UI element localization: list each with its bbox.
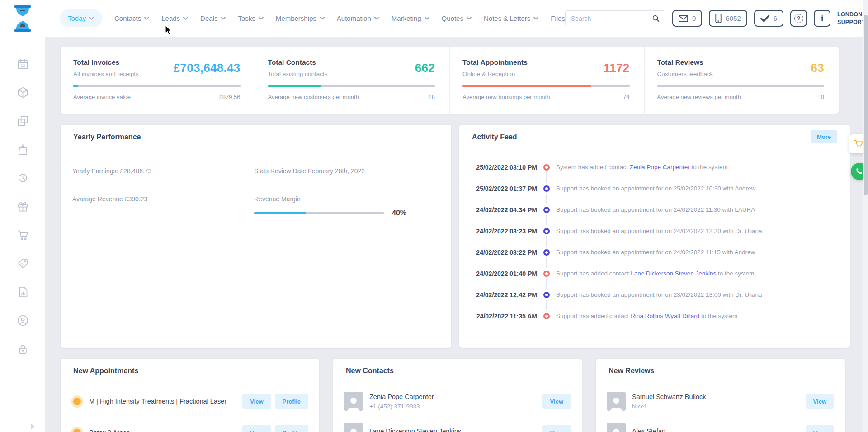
stat-progress <box>73 85 241 87</box>
stat-title: Total Invoices <box>73 58 139 66</box>
nav-today-label: Today <box>68 14 86 22</box>
nav-leads[interactable]: Leads <box>161 14 188 22</box>
report-icon[interactable] <box>17 286 29 298</box>
view-button[interactable]: View <box>542 425 571 432</box>
stat-subtitle: Total existing contacts <box>268 71 328 77</box>
help-button[interactable]: ? <box>790 10 807 27</box>
nav-contacts[interactable]: Contacts <box>114 14 149 22</box>
chevron-down-icon <box>467 17 472 20</box>
header-controls: 0 6052 6 ? i LOND <box>565 9 868 28</box>
cart-icon[interactable] <box>17 229 29 241</box>
yearly-performance-panel: Yearly Performance Yearly Earnings: £28,… <box>61 125 451 348</box>
package-icon[interactable] <box>17 86 29 99</box>
feed-item: 25/02/2022 03:10 PM System has added con… <box>471 157 838 178</box>
new-appointments-panel: New Appointments M | High Intensity Trea… <box>61 359 319 432</box>
stat-value: 662 <box>415 61 435 75</box>
top-header: Today Contacts Leads Deals Tasks Members… <box>0 0 868 37</box>
search-input[interactable] <box>566 15 646 22</box>
view-button[interactable]: View <box>242 425 271 432</box>
scrollbar[interactable] <box>863 0 868 432</box>
new-contacts-title: New Contacts <box>346 367 394 375</box>
stat-footer-value: 0 <box>821 94 824 100</box>
feed-dot-icon <box>543 271 550 277</box>
stat-progress <box>462 85 630 87</box>
feed-item: 24/02/2022 04:34 PM Support has booked a… <box>471 199 838 220</box>
lock-icon[interactable] <box>17 343 29 355</box>
user-icon <box>608 426 624 432</box>
feed-item: 25/02/2022 01:37 PM Support has booked a… <box>471 178 838 199</box>
nav-notes-letters[interactable]: Notes & Letters <box>484 14 538 22</box>
calendar-icon[interactable]: 12 <box>17 58 29 70</box>
stat-value: 63 <box>811 61 824 75</box>
stat-subtitle: Customers feedback <box>657 71 713 77</box>
chevron-down-icon <box>144 17 149 20</box>
activity-feed-list: 25/02/2022 03:10 PM System has added con… <box>459 149 850 327</box>
feed-item: 24/02/2022 11:35 AM Support has added co… <box>471 305 838 327</box>
more-button[interactable]: More <box>811 130 837 143</box>
feed-item: 24/02/2022 01:40 PM Support has added co… <box>471 263 838 284</box>
chevron-down-icon <box>183 17 188 20</box>
copy-icon[interactable] <box>17 115 29 127</box>
nav-files[interactable]: Files <box>551 14 565 22</box>
feed-item: 24/02/2022 12:42 PM Support has booked a… <box>471 284 838 305</box>
revenue-margin-value: 40% <box>392 209 406 217</box>
bag-icon[interactable] <box>17 143 29 156</box>
sms-badge[interactable]: 6052 <box>709 10 747 27</box>
view-button[interactable]: View <box>806 394 834 409</box>
view-button[interactable]: View <box>242 394 271 409</box>
contact-phone: +1 (452) 371-9933 <box>369 403 434 410</box>
stat-subtitle: All invoices and receipts <box>73 71 139 77</box>
nav-automation[interactable]: Automation <box>337 14 379 22</box>
bottom-panels: New Appointments M | High Intensity Trea… <box>61 359 845 432</box>
nav-memberships[interactable]: Memberships <box>276 14 325 22</box>
tasks-badge[interactable]: 6 <box>754 10 783 27</box>
nav-quotes[interactable]: Quotes <box>442 14 472 22</box>
contact-link[interactable]: Lane Dickerson Steven Jenkins <box>631 270 716 277</box>
check-icon <box>760 15 769 22</box>
feed-dot-icon <box>543 185 550 192</box>
activity-feed-title: Activity Feed <box>472 133 517 141</box>
profile-button[interactable]: Profile <box>275 425 308 432</box>
feed-dot-icon <box>543 207 550 213</box>
view-button[interactable]: View <box>806 425 834 432</box>
nav-tasks[interactable]: Tasks <box>238 14 263 22</box>
user-icon <box>345 426 362 432</box>
svg-text:12: 12 <box>20 63 25 68</box>
stat-footer-value: 74 <box>623 94 629 100</box>
contact-row: Zenia Pope Carpenter +1 (452) 371-9933 V… <box>344 386 571 417</box>
stat-footer-value: £879.56 <box>219 94 241 100</box>
appointment-status-dot <box>73 429 81 432</box>
search-button[interactable] <box>646 11 665 26</box>
info-button[interactable]: i <box>814 10 830 27</box>
hourglass-logo-icon[interactable] <box>11 4 34 33</box>
sidebar-expand-arrow-icon[interactable] <box>31 423 35 430</box>
stat-value: £703,648.43 <box>174 61 241 75</box>
profile-button[interactable]: Profile <box>275 394 308 409</box>
view-button[interactable]: View <box>542 394 571 409</box>
stat-footer-label: Average invoice value <box>73 94 131 100</box>
chevron-down-icon <box>533 17 538 20</box>
main-nav: Today Contacts Leads Deals Tasks Members… <box>60 9 565 27</box>
chevron-down-icon <box>374 17 379 20</box>
price-tag-icon[interactable]: $ <box>17 257 29 270</box>
revenue-margin-progress <box>254 212 384 214</box>
account-icon[interactable] <box>17 314 29 327</box>
tasks-count: 6 <box>774 14 777 22</box>
history-icon[interactable] <box>17 172 29 184</box>
contact-row: Lane Dickerson Steven Jenkins View <box>344 417 571 432</box>
nav-today[interactable]: Today <box>60 9 102 27</box>
average-revenue: Avarage Revenue £390.23 <box>72 195 254 217</box>
scrollbar-thumb[interactable] <box>864 15 868 195</box>
messages-badge[interactable]: 0 <box>672 10 702 27</box>
contact-link[interactable]: Rina Rollins Wyatt Dillard <box>631 313 699 319</box>
search-icon <box>652 14 660 23</box>
left-sidebar: 12 $ <box>0 37 45 432</box>
sms-count: 6052 <box>726 14 741 22</box>
gift-icon[interactable] <box>17 200 29 213</box>
nav-deals[interactable]: Deals <box>200 14 226 22</box>
new-appointments-title: New Appointments <box>73 367 138 375</box>
contact-link[interactable]: Zenia Pope Carpenter <box>630 164 690 171</box>
messages-count: 0 <box>692 14 696 22</box>
avatar <box>607 423 626 432</box>
nav-marketing[interactable]: Marketing <box>392 14 429 22</box>
